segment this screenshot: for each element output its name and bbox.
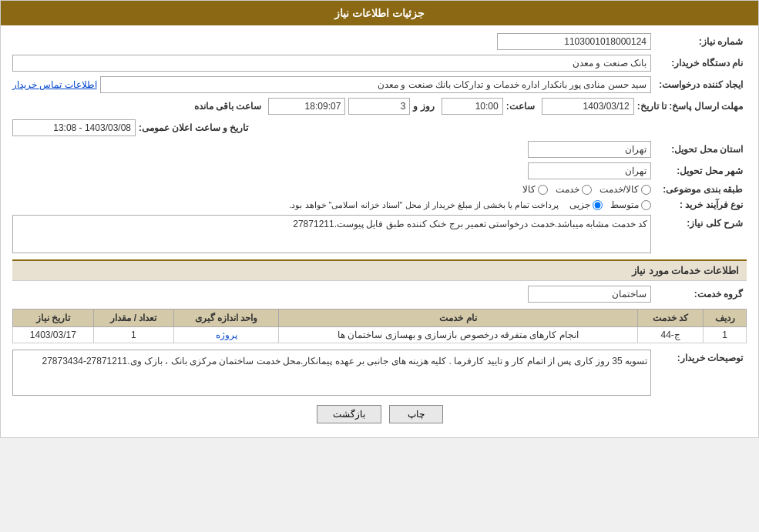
naame-dastgah-label: نام دستگاه خریدار: bbox=[654, 58, 747, 69]
naame-dastgah-row: نام دستگاه خریدار: بانک صنعت و معدن bbox=[12, 55, 747, 72]
rooz-label: روز و bbox=[413, 101, 438, 112]
shahr-label: شهر محل تحویل: bbox=[654, 166, 747, 176]
khedmat-radio[interactable] bbox=[582, 185, 592, 195]
khedmat-option: خدمت bbox=[556, 184, 592, 195]
ijad-value: سید حسن منادی پور بانکدار اداره خدمات و … bbox=[100, 76, 651, 93]
sharh-label: شرح کلی نیاز: bbox=[654, 215, 747, 229]
countdown-value: 18:09:07 bbox=[268, 98, 345, 115]
shahr-row: شهر محل تحویل: تهران bbox=[12, 162, 747, 179]
date-value: 1403/03/12 bbox=[542, 98, 634, 115]
table-row: 1 ج-44 انجام کارهای متفرقه درخصوص بازساز… bbox=[13, 327, 747, 343]
cell-count: 1 bbox=[93, 327, 174, 343]
kala-khedmat-label: کالا/خدمت bbox=[599, 184, 639, 195]
grooh-value: ساختمان bbox=[528, 286, 651, 303]
shmaare-value: 1103001018000124 bbox=[497, 33, 651, 50]
saaat-value: 10:00 bbox=[442, 98, 503, 115]
ostan-value: تهران bbox=[528, 141, 651, 158]
button-row: چاپ بازگشت bbox=[12, 405, 747, 423]
toseeh-row: توصیحات خریدار: تسویه 35 روز کاری پس از … bbox=[12, 350, 747, 396]
content-area: شماره نیاز: 1103001018000124 نام دستگاه … bbox=[1, 25, 758, 437]
shmaare-row: شماره نیاز: 1103001018000124 bbox=[12, 33, 747, 50]
services-table-section: ردیف کد خدمت نام خدمت واحد اندازه گیری ت… bbox=[12, 309, 747, 343]
cell-radif: 1 bbox=[704, 327, 747, 343]
toseeh-label: توصیحات خریدار: bbox=[654, 350, 747, 363]
col-code: کد خدمت bbox=[638, 309, 704, 327]
ostan-label: استان محل تحویل: bbox=[654, 144, 747, 155]
cell-date: 1403/03/17 bbox=[13, 327, 94, 343]
kala-label: کالا bbox=[522, 184, 536, 195]
col-radif: ردیف bbox=[704, 309, 747, 327]
kala-khedmat-option: کالا/خدمت bbox=[599, 184, 651, 195]
page-header: جزئیات اطلاعات نیاز bbox=[1, 1, 758, 25]
tarikh-elan-value: 1403/03/08 - 13:08 bbox=[12, 119, 136, 136]
jozii-option: جزیی bbox=[569, 199, 603, 210]
page-title: جزئیات اطلاعات نیاز bbox=[334, 7, 425, 19]
kala-radio[interactable] bbox=[538, 185, 548, 195]
table-header-row: ردیف کد خدمت نام خدمت واحد اندازه گیری ت… bbox=[13, 309, 747, 327]
khedmat-label: خدمت bbox=[556, 184, 579, 195]
col-name: نام خدمت bbox=[278, 309, 637, 327]
kala-khedmat-radio[interactable] bbox=[641, 185, 651, 195]
back-button[interactable]: بازگشت bbox=[317, 405, 381, 423]
tabaqe-row: طبقه بندی موضوعی: کالا/خدمت خدمت کالا bbox=[12, 184, 747, 195]
cell-name: انجام کارهای متفرقه درخصوص بازسازی و بهس… bbox=[278, 327, 637, 343]
grooh-row: گروه خدمت: ساختمان bbox=[12, 286, 747, 303]
motavasset-label: متوسط bbox=[610, 199, 639, 210]
tabaqe-label: طبقه بندی موضوعی: bbox=[654, 184, 747, 195]
print-button[interactable]: چاپ bbox=[389, 405, 443, 423]
ettelaat-link[interactable]: اطلاعات تماس خریدار bbox=[12, 79, 97, 90]
nooe-row: نوع فرآیند خرید : متوسط جزیی پرداخت تمام… bbox=[12, 199, 747, 210]
ostan-row: استان محل تحویل: تهران bbox=[12, 141, 747, 158]
tabaqe-radio-group: کالا/خدمت خدمت کالا bbox=[522, 184, 651, 195]
cell-unit: پروژه bbox=[174, 327, 279, 343]
jozii-radio[interactable] bbox=[593, 200, 603, 210]
jozii-label: جزیی bbox=[569, 199, 590, 210]
naame-dastgah-value: بانک صنعت و معدن bbox=[12, 55, 651, 72]
mohlat-label: مهلت ارسال پاسخ: تا تاریخ: bbox=[637, 101, 747, 112]
ettelaat-khedmat-title: اطلاعات خدمات مورد نیاز bbox=[12, 259, 747, 281]
motavasset-radio[interactable] bbox=[641, 200, 651, 210]
ijad-label: ایجاد کننده درخواست: bbox=[654, 79, 747, 90]
tarikh-elan-label: تاریخ و ساعت اعلان عمومی: bbox=[139, 122, 252, 133]
grooh-label: گروه خدمت: bbox=[654, 289, 747, 299]
nooe-label: نوع فرآیند خرید : bbox=[654, 199, 747, 210]
col-count: تعداد / مقدار bbox=[93, 309, 174, 327]
shmaare-label: شماره نیاز: bbox=[654, 36, 747, 47]
pardakht-text: پرداخت تمام یا بخشی از مبلغ خریدار از مح… bbox=[289, 200, 559, 210]
toseeh-value: تسویه 35 روز کاری پس از اتمام کار و تایی… bbox=[12, 350, 651, 396]
cell-code: ج-44 bbox=[638, 327, 704, 343]
col-date: تاریخ نیاز bbox=[13, 309, 94, 327]
shahr-value: تهران bbox=[528, 162, 651, 179]
rooz-value: 3 bbox=[348, 98, 410, 115]
ijad-row: ایجاد کننده درخواست: سید حسن منادی پور ب… bbox=[12, 76, 747, 93]
sharh-row: شرح کلی نیاز: کد خدمت مشابه میباشد.خدمت … bbox=[12, 215, 747, 253]
col-unit: واحد اندازه گیری bbox=[174, 309, 279, 327]
motavasset-option: متوسط bbox=[610, 199, 651, 210]
tarikh-elan-row: تاریخ و ساعت اعلان عمومی: 1403/03/08 - 1… bbox=[12, 119, 747, 136]
baaghi-label: ساعت باقی مانده bbox=[194, 101, 266, 112]
saaat-label: ساعت: bbox=[506, 101, 539, 112]
kala-option: کالا bbox=[522, 184, 548, 195]
sharh-value: کد خدمت مشابه میباشد.خدمت درخواستی تعمیر… bbox=[12, 215, 651, 253]
nooe-radio-group: متوسط جزیی bbox=[569, 199, 651, 210]
mohlat-row: مهلت ارسال پاسخ: تا تاریخ: 1403/03/12 سا… bbox=[12, 98, 747, 115]
services-table: ردیف کد خدمت نام خدمت واحد اندازه گیری ت… bbox=[12, 309, 747, 343]
main-container: جزئیات اطلاعات نیاز شماره نیاز: 11030010… bbox=[0, 0, 759, 438]
